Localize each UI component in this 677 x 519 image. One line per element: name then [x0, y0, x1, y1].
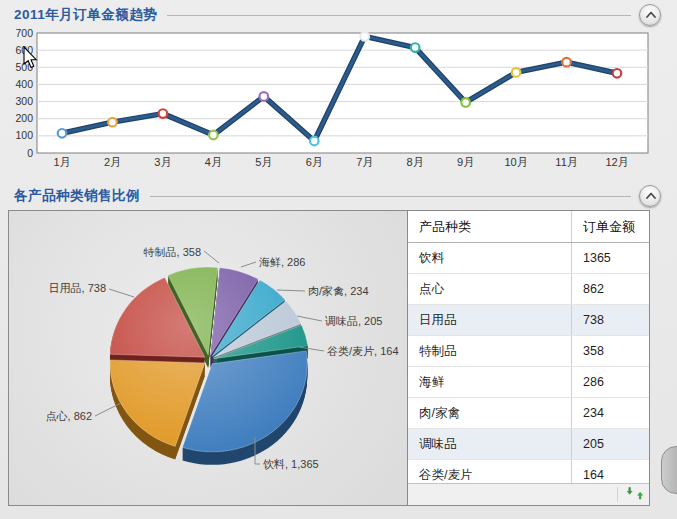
y-axis-label: 0 [27, 147, 33, 159]
arrow-pointer-icon [24, 47, 36, 68]
y-axis-label: 700 [15, 27, 33, 39]
category-cell: 海鲜 [408, 367, 572, 398]
table-row[interactable]: 调味品205 [408, 429, 649, 460]
line-point[interactable] [461, 98, 470, 107]
section-title-category: 各产品种类销售比例 [14, 187, 140, 205]
line-series [62, 36, 617, 141]
divider [617, 487, 618, 502]
category-panel: 产品种类 订单金额 饮料1365点心862日用品738特制品358海鲜286肉/… [8, 210, 650, 506]
y-axis-label: 400 [15, 78, 33, 90]
column-header-amount[interactable]: 订单金额 [572, 211, 650, 243]
line-point[interactable] [562, 58, 571, 67]
x-axis-label: 10月 [504, 156, 527, 168]
x-axis-label: 2月 [104, 156, 121, 168]
pie-chart-region [9, 211, 407, 505]
y-axis-label: 100 [15, 129, 33, 141]
table-row[interactable]: 肉/家禽234 [408, 398, 649, 429]
x-axis-label: 7月 [356, 156, 373, 168]
x-axis-label: 5月 [255, 156, 272, 168]
x-axis-label: 11月 [555, 156, 577, 168]
table-row[interactable]: 特制品358 [408, 336, 649, 367]
line-point[interactable] [512, 68, 521, 77]
divider [167, 15, 631, 16]
y-axis-label: 500 [15, 61, 33, 73]
y-axis-label: 200 [15, 112, 33, 124]
x-axis-label: 12月 [605, 156, 628, 168]
x-axis-label: 1月 [53, 156, 70, 168]
category-cell: 特制品 [408, 336, 572, 367]
plot-area [37, 33, 648, 153]
collapse-button-trend[interactable] [639, 4, 661, 26]
amount-cell: 738 [572, 305, 650, 336]
x-axis-label: 8月 [407, 156, 424, 168]
section-title-trend: 2011年月订单金额趋势 [14, 6, 157, 24]
line-series-outline [62, 36, 617, 141]
divider [150, 196, 631, 197]
dashboard: 2011年月订单金额趋势 各产品种类销售比例 产品种类 订单金额 [0, 0, 677, 519]
line-point[interactable] [58, 129, 67, 138]
line-point[interactable] [260, 92, 269, 101]
collapse-button-category[interactable] [639, 185, 661, 207]
category-cell: 调味品 [408, 429, 572, 460]
side-panel-handle[interactable] [661, 446, 677, 494]
table-row[interactable]: 饮料1365 [408, 243, 649, 274]
section-header-category: 各产品种类销售比例 [0, 183, 677, 209]
line-point[interactable] [613, 69, 622, 78]
line-chart: 01002003004005006007001月2月3月4月5月6月7月8月9月… [15, 27, 648, 169]
table-header-row: 产品种类 订单金额 [408, 211, 649, 243]
refresh-sync-icon [625, 486, 643, 502]
y-axis-label: 300 [15, 95, 33, 107]
category-table-region: 产品种类 订单金额 饮料1365点心862日用品738特制品358海鲜286肉/… [407, 211, 649, 505]
x-axis-label: 3月 [154, 156, 171, 168]
amount-cell: 862 [572, 274, 650, 305]
table-footer [408, 483, 649, 505]
line-point[interactable] [411, 43, 420, 52]
amount-cell: 286 [572, 367, 650, 398]
category-cell: 点心 [408, 274, 572, 305]
category-cell: 饮料 [408, 243, 572, 274]
line-point[interactable] [310, 137, 319, 146]
line-point[interactable] [360, 32, 369, 41]
line-point[interactable] [108, 118, 117, 127]
column-header-category[interactable]: 产品种类 [408, 211, 572, 243]
x-axis-label: 9月 [457, 156, 474, 168]
line-point[interactable] [209, 131, 218, 140]
section-header-trend: 2011年月订单金额趋势 [0, 2, 677, 28]
category-cell: 日用品 [408, 305, 572, 336]
x-axis-label: 4月 [205, 156, 222, 168]
y-axis-label: 600 [15, 44, 33, 56]
amount-cell: 205 [572, 429, 650, 460]
chevron-up-icon [640, 4, 660, 26]
amount-cell: 358 [572, 336, 650, 367]
chevron-up-icon [640, 185, 660, 207]
table-row[interactable]: 点心862 [408, 274, 649, 305]
refresh-button[interactable] [624, 486, 644, 503]
x-axis-label: 6月 [306, 156, 323, 168]
line-point[interactable] [159, 109, 168, 118]
table-row[interactable]: 日用品738 [408, 305, 649, 336]
amount-cell: 234 [572, 398, 650, 429]
table-row[interactable]: 海鲜286 [408, 367, 649, 398]
category-table: 产品种类 订单金额 饮料1365点心862日用品738特制品358海鲜286肉/… [408, 211, 649, 491]
amount-cell: 1365 [572, 243, 650, 274]
category-cell: 肉/家禽 [408, 398, 572, 429]
